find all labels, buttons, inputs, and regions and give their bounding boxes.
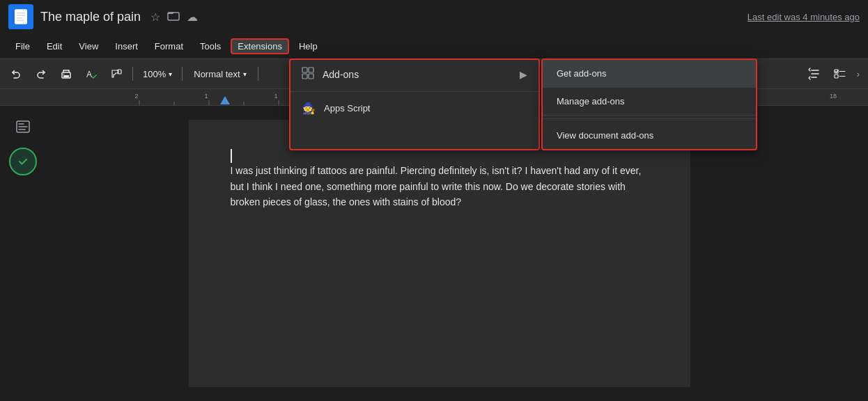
document-page: I was just thinking if tattoos are painf… [189, 120, 690, 387]
addons-header[interactable]: Add-ons ▶ [290, 60, 538, 88]
apps-script-emoji: 🧙 [302, 102, 316, 115]
style-value: Normal text [194, 69, 240, 79]
menu-file[interactable]: File [8, 38, 37, 54]
apps-script-label: Apps Script [324, 103, 370, 113]
svg-rect-3 [17, 15, 26, 16]
cloud-icon[interactable]: ☁ [187, 10, 198, 24]
svg-rect-2 [17, 13, 26, 14]
menu-extensions[interactable]: Extensions [231, 38, 289, 54]
redo-button[interactable] [31, 64, 52, 84]
svg-rect-5 [17, 20, 24, 22]
menu-bar: File Edit View Insert Format Tools Exten… [0, 33, 868, 58]
addons-menu: Add-ons ▶ 🧙 Apps Script [289, 58, 540, 150]
paint-format-button[interactable] [106, 64, 127, 84]
svg-rect-4 [17, 17, 23, 19]
last-edit-text[interactable]: Last edit was 4 minutes ago [747, 12, 860, 22]
zoom-selector[interactable]: 100% ▾ [139, 66, 176, 82]
toolbar-right-actions: › [804, 64, 862, 84]
svg-rect-45 [302, 74, 307, 79]
svg-rect-44 [309, 68, 313, 72]
svg-rect-1 [15, 9, 27, 24]
undo-button[interactable] [6, 64, 26, 84]
menu-help[interactable]: Help [292, 38, 325, 54]
right-sidebar [833, 106, 868, 401]
document-title[interactable]: The maple of pain [40, 10, 141, 24]
svg-rect-13 [835, 74, 838, 78]
toolbar-more-icon[interactable]: › [854, 66, 862, 82]
view-document-addons-label: View document add-ons [557, 130, 653, 141]
docs-logo-icon [8, 4, 33, 29]
apps-script-item[interactable]: 🧙 Apps Script [290, 95, 538, 122]
svg-point-9 [63, 74, 65, 75]
checklist-button[interactable] [829, 64, 851, 84]
menu-tools[interactable]: Tools [193, 38, 228, 54]
style-selector[interactable]: Normal text ▾ [188, 66, 251, 82]
print-button[interactable] [56, 64, 77, 84]
outline-icon[interactable] [10, 114, 36, 139]
manage-addons-item[interactable]: Manage add-ons [543, 88, 756, 116]
svg-rect-46 [309, 74, 313, 79]
get-addons-label: Get add-ons [557, 68, 607, 79]
svg-text:2: 2 [134, 93, 138, 100]
get-addons-menu: Get add-ons Manage add-ons View document… [541, 58, 757, 150]
svg-text:18: 18 [830, 93, 837, 100]
toolbar-divider-3 [258, 67, 258, 81]
svg-text:1: 1 [274, 93, 277, 100]
menu-insert[interactable]: Insert [108, 38, 145, 54]
svg-text:A: A [86, 70, 92, 79]
menu-view[interactable]: View [72, 38, 105, 54]
text-cursor [231, 149, 232, 163]
svg-rect-8 [63, 75, 69, 77]
view-document-addons-item[interactable]: View document add-ons [543, 122, 756, 149]
svg-rect-43 [302, 68, 307, 72]
zoom-value: 100% [143, 69, 166, 79]
title-icons: ☆ ☁ [150, 10, 198, 24]
toolbar-divider-2 [182, 67, 183, 81]
document-body-text: I was just thinking if tattoos are painf… [231, 165, 642, 207]
get-addons-item[interactable]: Get add-ons [543, 60, 756, 88]
addons-menu-label: Add-ons [323, 69, 520, 80]
menu-edit[interactable]: Edit [40, 38, 69, 54]
addons-arrow-icon: ▶ [520, 69, 527, 80]
left-sidebar [0, 106, 45, 401]
menu-format[interactable]: Format [148, 38, 190, 54]
star-icon[interactable]: ☆ [150, 10, 160, 24]
zoom-dropdown-icon: ▾ [169, 70, 172, 78]
folder-icon[interactable] [167, 10, 180, 24]
dropdown-container: Add-ons ▶ 🧙 Apps Script Get add-ons Mana… [289, 58, 757, 150]
svg-text:1: 1 [204, 93, 208, 100]
spellcheck-button[interactable]: A [81, 64, 102, 84]
style-dropdown-icon: ▾ [243, 70, 247, 78]
toolbar-divider-1 [132, 67, 133, 81]
addons-divider [290, 91, 538, 92]
title-bar: The maple of pain ☆ ☁ Last edit was 4 mi… [0, 0, 868, 33]
line-spacing-button[interactable] [804, 64, 826, 84]
get-addons-divider [543, 118, 756, 119]
manage-addons-label: Manage add-ons [557, 96, 625, 107]
check-button[interactable] [9, 148, 37, 175]
addons-grid-icon [302, 67, 314, 81]
document-content[interactable]: I was just thinking if tattoos are painf… [231, 148, 649, 210]
